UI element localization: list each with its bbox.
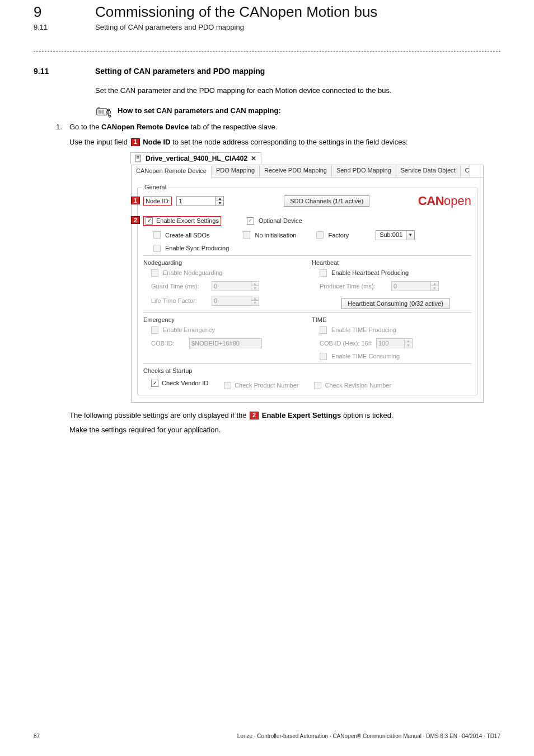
checks-legend: Checks at Startup	[143, 367, 471, 374]
step1-prefix: Go to the	[69, 123, 101, 131]
spin-down-icon[interactable]: ▼	[431, 286, 438, 291]
producer-time-spinner[interactable]: ▲▼	[391, 281, 439, 291]
enable-nodeguarding-checkbox[interactable]	[151, 269, 158, 277]
step1b-bold: Node ID	[141, 138, 171, 146]
close-icon[interactable]: ✕	[251, 155, 256, 162]
heartbeat-consuming-button[interactable]: Heartbeat Consuming (0/32 active)	[341, 298, 449, 309]
after-shot-paragraph-2: Make the settings required for your appl…	[69, 425, 500, 436]
chapter-title: Commissioning of the CANopen Motion bus	[95, 3, 377, 21]
after1-bold: Enable Expert Settings	[260, 411, 341, 419]
enable-time-producing-checkbox[interactable]	[320, 326, 327, 334]
page-number: 87	[34, 733, 40, 739]
after-shot-paragraph-1: The following possible settings are only…	[69, 410, 500, 421]
step1-bold: CANopen Remote Device	[101, 123, 189, 131]
step1b-prefix: Use the input field	[69, 138, 130, 146]
enable-time-consuming-label: Enable TIME Consuming	[331, 353, 400, 360]
nodeguarding-legend: Nodeguarding	[143, 259, 303, 266]
guard-time-input[interactable]	[212, 281, 251, 291]
factory-checkbox[interactable]	[316, 231, 324, 239]
guard-time-spinner[interactable]: ▲▼	[212, 281, 259, 291]
spin-up-icon[interactable]: ▲	[431, 282, 438, 287]
enable-nodeguarding-label: Enable Nodeguarding	[163, 269, 222, 276]
section-number: 9.11	[34, 67, 95, 76]
check-product-checkbox[interactable]	[224, 382, 231, 389]
create-all-sdos-label: Create all SDOs	[165, 232, 209, 239]
step-1-text: Go to the CANopen Remote Device tab of t…	[69, 122, 500, 133]
sdo-channels-button[interactable]: SDO Channels (1/1 active)	[284, 195, 369, 207]
check-product-label: Check Product Number	[235, 382, 298, 389]
spin-up-icon[interactable]: ▲	[216, 197, 223, 202]
step1b-suffix: to set the node address corresponding to…	[170, 138, 407, 146]
create-all-sdos-checkbox[interactable]	[153, 231, 161, 239]
svg-rect-11	[137, 156, 139, 157]
chevron-down-icon[interactable]: ▼	[406, 231, 414, 240]
no-init-checkbox[interactable]	[243, 231, 250, 239]
heartbeat-legend: Heartbeat	[312, 259, 471, 266]
spin-up-icon[interactable]: ▲	[251, 296, 259, 301]
tab-service-data-object[interactable]: Service Data Object	[396, 165, 461, 177]
enable-expert-label: Enable Expert Settings	[156, 217, 219, 224]
tabs-row: CANopen Remote Device PDO Mapping Receiv…	[132, 165, 483, 178]
dialog-canopen-remote-device: CANopen Remote Device PDO Mapping Receiv…	[131, 165, 484, 403]
emergency-cobid-input[interactable]	[189, 338, 262, 348]
intro-paragraph: Set the CAN parameter and the PDO mappin…	[95, 86, 500, 96]
tab-receive-pdo-mapping[interactable]: Receive PDO Mapping	[260, 165, 332, 177]
spin-down-icon[interactable]: ▼	[405, 343, 412, 348]
emergency-legend: Emergency	[143, 316, 303, 323]
spin-down-icon[interactable]: ▼	[216, 201, 223, 206]
time-cobid-label: COB-ID (Hex): 16#	[320, 340, 372, 347]
marker-1-inline: 1	[131, 138, 140, 146]
life-time-label: Life Time Factor:	[151, 297, 207, 304]
tab-send-pdo-mapping[interactable]: Send PDO Mapping	[332, 165, 396, 177]
svg-rect-12	[137, 157, 139, 158]
svg-rect-0	[97, 109, 107, 115]
spin-up-icon[interactable]: ▲	[405, 339, 412, 344]
logo-can: CAN	[418, 194, 444, 208]
optional-device-checkbox[interactable]	[247, 217, 254, 225]
svg-rect-13	[137, 158, 139, 159]
marker-2-inline: 2	[250, 412, 259, 419]
tab-overflow[interactable]: C	[461, 165, 470, 177]
check-revision-label: Check Revision Number	[325, 382, 391, 389]
tab-canopen-remote-device[interactable]: CANopen Remote Device	[132, 166, 212, 178]
enable-sync-label: Enable Sync Producing	[165, 245, 229, 251]
enable-heartbeat-checkbox[interactable]	[320, 269, 327, 277]
enable-emergency-checkbox[interactable]	[151, 326, 158, 334]
life-time-input[interactable]	[212, 296, 251, 306]
enable-expert-checkbox[interactable]	[146, 217, 153, 225]
time-cobid-input[interactable]	[376, 338, 404, 348]
node-id-spinner[interactable]: ▲▼	[176, 196, 224, 206]
legend-general: General	[142, 184, 168, 190]
life-time-spinner[interactable]: ▲▼	[212, 296, 259, 306]
enable-time-producing-label: Enable TIME Producing	[331, 326, 396, 333]
group-general: General 1 Node ID: ▲▼	[137, 188, 477, 395]
sub-select[interactable]: Sub:001 ▼	[376, 230, 415, 240]
after1-suffix: option is ticked.	[341, 411, 393, 419]
optional-device-label: Optional Device	[259, 217, 302, 224]
document-icon	[134, 155, 142, 162]
spin-down-icon[interactable]: ▼	[251, 301, 259, 305]
editor-tab-title: Drive_vertical_9400_HL_CIA402	[146, 155, 247, 162]
producer-time-input[interactable]	[391, 281, 430, 291]
howto-heading: How to set CAN parameters and CAN mappin…	[118, 106, 281, 116]
divider	[34, 52, 500, 52]
enable-time-consuming-checkbox[interactable]	[320, 353, 327, 360]
time-cobid-spinner[interactable]: ▲▼	[376, 338, 413, 348]
spin-up-icon[interactable]: ▲	[251, 282, 259, 287]
enable-emergency-label: Enable Emergency	[163, 326, 215, 333]
step-number: 1.	[56, 122, 69, 133]
logo-open: open	[444, 194, 471, 208]
tab-pdo-mapping[interactable]: PDO Mapping	[212, 165, 260, 177]
producer-time-label: Producer Time (ms):	[320, 283, 387, 290]
no-init-label: No initialisation	[255, 232, 296, 239]
enable-sync-checkbox[interactable]	[153, 245, 161, 252]
canopen-logo: CANopen	[418, 194, 471, 208]
check-revision-checkbox[interactable]	[314, 382, 321, 389]
editor-tab[interactable]: Drive_vertical_9400_HL_CIA402 ✕	[130, 152, 261, 165]
chapter-number: 9	[34, 3, 95, 21]
after1-prefix: The following possible settings are only…	[69, 411, 249, 419]
check-vendor-checkbox[interactable]	[151, 380, 158, 387]
spin-down-icon[interactable]: ▼	[251, 286, 259, 291]
section-title: Setting of CAN parameters and PDO mappin…	[95, 67, 265, 76]
node-id-input[interactable]	[176, 196, 216, 206]
